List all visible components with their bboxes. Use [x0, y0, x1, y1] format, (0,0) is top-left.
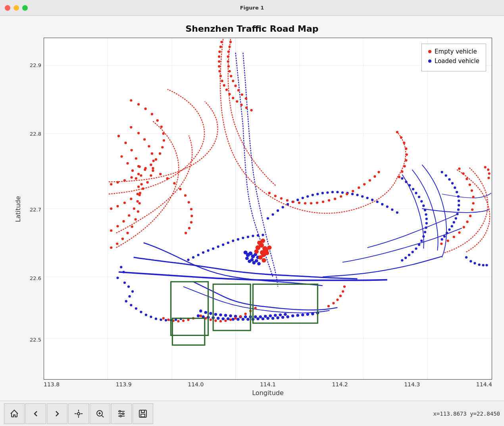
svg-point-76 [202, 251, 204, 254]
svg-point-147 [326, 191, 329, 194]
svg-point-292 [268, 192, 271, 194]
pan-button[interactable] [68, 403, 89, 424]
svg-point-14 [123, 282, 126, 284]
svg-point-103 [422, 235, 425, 238]
svg-point-222 [110, 207, 112, 210]
svg-point-225 [130, 198, 132, 200]
y-ticks-column: 22.9 22.8 22.7 22.6 22.5 [22, 38, 44, 381]
svg-point-126 [446, 232, 448, 234]
svg-point-155 [366, 197, 369, 199]
forward-button[interactable] [47, 403, 67, 424]
svg-point-16 [131, 290, 134, 293]
svg-point-348 [239, 315, 242, 317]
svg-point-86 [252, 235, 254, 237]
close-button[interactable] [5, 5, 10, 11]
toolbar: x=113.8673 y=22.8450 [0, 401, 504, 426]
svg-point-309 [369, 179, 371, 182]
svg-point-220 [137, 103, 140, 106]
x-tick-5: 114.2 [332, 381, 348, 388]
svg-point-308 [363, 183, 365, 186]
svg-point-274 [166, 177, 169, 180]
svg-point-96 [422, 205, 425, 207]
svg-point-152 [351, 193, 354, 195]
configure-button[interactable] [111, 403, 132, 424]
svg-point-347 [234, 317, 237, 319]
svg-point-257 [137, 210, 139, 213]
empty-label: Empty vehicle [435, 48, 477, 55]
back-button[interactable] [25, 403, 46, 424]
home-button[interactable] [4, 403, 25, 424]
svg-point-206 [123, 179, 126, 182]
svg-point-189 [245, 107, 248, 109]
svg-point-158 [381, 203, 383, 205]
svg-point-227 [142, 188, 144, 190]
svg-point-159 [386, 205, 389, 208]
svg-point-201 [237, 89, 240, 91]
svg-point-82 [232, 240, 234, 242]
svg-point-61 [229, 315, 232, 317]
svg-point-72 [284, 313, 287, 316]
svg-point-52 [306, 313, 310, 316]
svg-point-145 [316, 193, 319, 195]
svg-point-184 [225, 88, 228, 91]
svg-point-360 [332, 302, 335, 304]
svg-point-125 [448, 228, 450, 231]
svg-point-70 [274, 314, 277, 317]
svg-point-124 [451, 225, 453, 227]
maximize-button[interactable] [22, 5, 28, 11]
svg-point-144 [312, 194, 314, 196]
svg-point-359 [327, 305, 330, 307]
svg-point-79 [217, 246, 219, 248]
svg-point-196 [227, 65, 230, 67]
svg-point-26 [165, 319, 167, 321]
svg-point-101 [425, 226, 427, 229]
svg-point-238 [116, 225, 119, 227]
x-axis-label: Longitude [44, 389, 492, 397]
svg-point-234 [143, 138, 146, 140]
svg-point-256 [134, 218, 137, 221]
svg-point-149 [336, 191, 339, 193]
svg-point-322 [462, 172, 464, 175]
svg-point-229 [150, 174, 152, 177]
zoom-button[interactable] [90, 403, 110, 424]
minimize-button[interactable] [13, 5, 19, 11]
title-bar: Figure 1 [0, 0, 504, 16]
x-tick-3: 114.0 [188, 381, 204, 388]
svg-point-343 [214, 320, 217, 322]
svg-point-64 [244, 315, 247, 318]
x-tick-4: 114.1 [260, 381, 276, 388]
svg-point-43 [262, 317, 265, 320]
svg-point-264 [120, 155, 123, 157]
svg-point-307 [358, 186, 360, 189]
svg-point-310 [373, 175, 376, 178]
svg-point-132 [478, 263, 481, 266]
svg-point-224 [123, 201, 126, 204]
svg-point-302 [328, 199, 330, 201]
svg-point-87 [257, 234, 259, 237]
svg-point-314 [404, 165, 406, 167]
svg-point-36 [227, 317, 230, 320]
svg-point-208 [137, 173, 140, 175]
svg-point-178 [218, 60, 220, 63]
svg-point-330 [466, 221, 468, 223]
svg-point-228 [146, 181, 149, 184]
svg-point-374 [122, 413, 124, 414]
x-tick-2: 113.9 [116, 381, 132, 388]
save-button[interactable] [133, 403, 153, 424]
svg-point-337 [487, 169, 489, 171]
svg-point-136 [271, 213, 274, 216]
chart-plot-area: Empty vehicle Loaded vehicle [44, 38, 492, 380]
svg-point-259 [139, 194, 141, 196]
svg-point-115 [454, 186, 456, 189]
svg-point-114 [451, 182, 454, 184]
svg-point-245 [140, 174, 142, 177]
svg-point-97 [424, 209, 426, 211]
svg-point-373 [119, 411, 121, 412]
window-title: Figure 1 [240, 5, 264, 11]
svg-point-236 [130, 126, 132, 129]
svg-point-214 [163, 139, 165, 142]
y-tick-4: 22.6 [30, 275, 41, 281]
window-controls[interactable] [5, 5, 28, 11]
svg-point-202 [241, 93, 243, 96]
svg-point-153 [356, 194, 358, 196]
